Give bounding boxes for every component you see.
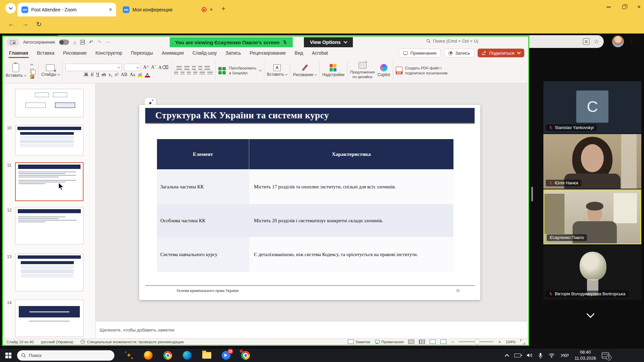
superscript-button[interactable]: x²	[115, 72, 118, 77]
columns-icon[interactable]	[207, 71, 213, 75]
zoom-slider[interactable]	[459, 341, 493, 342]
copy-icon[interactable]	[30, 69, 34, 73]
change-case-button[interactable]: Аа	[130, 72, 135, 77]
back-button[interactable]: ←	[8, 20, 14, 28]
firefox-icon[interactable]	[143, 350, 153, 360]
profile-avatar[interactable]	[612, 36, 624, 47]
notes-toggle-button[interactable]: Заметки	[348, 340, 370, 344]
video-tile-4[interactable]: Вікторія Володимирівна Велігорська	[543, 246, 641, 300]
justify-icon[interactable]	[193, 71, 197, 75]
reload-button[interactable]: ↻	[36, 20, 42, 28]
close-button[interactable]: ×	[637, 4, 641, 10]
chrome-active-icon[interactable]	[240, 350, 251, 360]
slide-thumbnail-14[interactable]	[15, 300, 84, 337]
font-size-combo[interactable]	[124, 64, 141, 71]
format-painter-icon[interactable]	[30, 75, 34, 79]
text-direction-icon[interactable]	[205, 66, 210, 70]
video-tile-1[interactable]: C Stanislav Yankovskyi	[543, 81, 641, 133]
bold-button[interactable]: Ж	[84, 72, 89, 77]
wifi-icon[interactable]	[548, 353, 555, 358]
align-center-icon[interactable]	[180, 71, 184, 75]
volume-icon[interactable]	[527, 353, 533, 358]
addins-button[interactable]: Надстройки	[322, 64, 344, 77]
normal-view-button[interactable]	[408, 340, 414, 344]
decrease-indent-icon[interactable]	[192, 66, 196, 70]
presentation-window-button[interactable]	[6, 38, 19, 46]
record-button[interactable]: Запись	[444, 49, 474, 57]
tab-record[interactable]: Запись	[225, 50, 241, 56]
view-options-button[interactable]: View Options	[304, 37, 353, 47]
more-participants-chevron[interactable]	[586, 310, 594, 318]
undo-icon[interactable]: ↶	[89, 39, 93, 45]
designer-button[interactable]: Предложенияпо дизайну	[350, 62, 375, 79]
translate-icon[interactable]: G	[583, 38, 590, 45]
microphone-icon[interactable]	[538, 353, 543, 358]
slide-thumbnail-12[interactable]	[15, 207, 84, 244]
bullets-icon[interactable]	[176, 66, 182, 70]
slide-thumbnail-9-partial[interactable]	[15, 89, 84, 117]
tab-search-caret-button[interactable]	[5, 3, 16, 13]
chrome-icon[interactable]	[163, 350, 173, 360]
slideshow-view-button[interactable]	[440, 340, 446, 344]
video-tile-2[interactable]: Юлія Нанюк	[543, 134, 641, 189]
sparkle-app-icon[interactable]: ✦ ✦ ✦	[124, 350, 134, 360]
participants-scrollbar[interactable]	[531, 187, 533, 201]
browser-tab-1[interactable]: zm Post Attendee - Zoom ×	[17, 3, 116, 16]
comments-button[interactable]: Примечания	[399, 49, 441, 57]
fit-slide-icon[interactable]	[520, 340, 525, 344]
tab-design[interactable]: Конструктор	[96, 50, 122, 56]
taskbar-search[interactable]: Поиск	[17, 350, 114, 361]
tab-review[interactable]: Рецензирование	[250, 50, 286, 56]
tab-animations[interactable]: Анимация	[162, 50, 184, 56]
subscript-button[interactable]: x₂	[108, 72, 112, 77]
align-right-icon[interactable]	[187, 71, 191, 75]
numbering-icon[interactable]	[184, 66, 190, 70]
highlight-color-button[interactable]: аб	[138, 73, 143, 77]
minimize-button[interactable]	[606, 7, 611, 7]
grow-font-icon[interactable]: А^	[143, 65, 149, 70]
slide[interactable]: Структура КК України та системи курсу Ел…	[139, 105, 480, 300]
tab-home[interactable]: Главная	[9, 50, 28, 56]
new-tab-button[interactable]: +	[221, 5, 225, 13]
comments-toggle-button[interactable]: Примечания	[375, 340, 404, 344]
underline-button[interactable]: Ч	[96, 72, 99, 77]
font-color-button[interactable]: А	[145, 72, 150, 77]
edge-icon[interactable]	[182, 350, 192, 360]
forward-button[interactable]: →	[22, 20, 29, 28]
tab-insert[interactable]: Вставка	[37, 50, 54, 56]
restore-button[interactable]	[622, 5, 626, 9]
slide-thumbnail-10[interactable]	[15, 125, 84, 156]
insert-textbox-button[interactable]: А Вставить	[267, 64, 287, 77]
tab-acrobat[interactable]: Acrobat	[312, 50, 328, 56]
drawing-button[interactable]: Рисование	[293, 64, 316, 77]
align-left-icon[interactable]	[174, 71, 178, 75]
redo-icon[interactable]: ↷	[97, 39, 102, 45]
browser-menu-icon[interactable]: ⋮	[629, 37, 635, 44]
browser-tab-2[interactable]: zm Моя конференция ×	[119, 3, 217, 16]
tab-close-icon[interactable]: ×	[109, 7, 112, 12]
italic-button[interactable]: К	[91, 72, 94, 77]
zoom-in-button[interactable]: +	[498, 339, 501, 345]
video-tile-3-active-speaker[interactable]: Єсауленко Павло	[543, 189, 641, 244]
share-button[interactable]: Поделиться	[478, 49, 524, 57]
start-button[interactable]	[5, 353, 11, 358]
autosave-toggle[interactable]	[59, 40, 69, 45]
messenger-app-icon[interactable]: 10	[221, 350, 231, 360]
file-explorer-icon[interactable]	[202, 350, 212, 360]
line-spacing-icon[interactable]	[200, 71, 205, 75]
zoom-level[interactable]: 104%	[506, 340, 516, 344]
clock[interactable]: 08:40 11.03.2026	[575, 349, 596, 361]
zoom-out-button[interactable]: −	[451, 339, 454, 345]
tray-overflow-icon[interactable]	[505, 354, 509, 358]
tab-transitions[interactable]: Переходы	[131, 50, 153, 56]
bookmark-star-icon[interactable]: ☆	[594, 38, 599, 45]
notes-pane[interactable]: Щелкните, чтобы добавить заметки	[96, 321, 527, 338]
cut-icon[interactable]: ✂	[30, 62, 34, 67]
strikethrough-button[interactable]: ab	[102, 72, 106, 77]
tab-view[interactable]: Вид	[294, 50, 303, 56]
shrink-font-icon[interactable]: Аˇ	[151, 65, 156, 70]
create-pdf-button[interactable]: Создать PDF-файл іподілитися посиланням	[396, 66, 447, 75]
slide-thumbnail-11-selected[interactable]	[15, 162, 84, 201]
action-center-icon[interactable]: 2	[602, 352, 609, 359]
save-icon[interactable]	[80, 40, 85, 45]
